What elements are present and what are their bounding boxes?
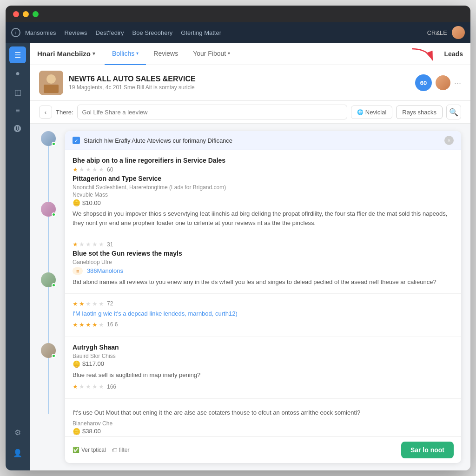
- star-1-3: ★: [86, 166, 91, 173]
- stars-4: ★ ★ ★ ★ ★ 166: [73, 383, 454, 390]
- save-button[interactable]: Sar lo noot: [401, 442, 454, 458]
- stars-1: ★ ★ ★ ★ ★ 60: [73, 166, 454, 173]
- rays-shacks-filter-button[interactable]: Rays shacks: [396, 106, 443, 119]
- reviews-area: ✓ Starich hlw Erafly Alute Ateviews cur …: [30, 124, 470, 470]
- traffic-lights: [13, 11, 39, 17]
- star-1-1: ★: [73, 166, 78, 173]
- tab-reviews-label: Reviews: [153, 50, 178, 57]
- filter-label-footer: filter: [119, 447, 130, 453]
- tab-reviews[interactable]: Reviews: [146, 43, 185, 65]
- maximize-button[interactable]: [33, 11, 39, 17]
- price-icon-1: 🪙: [73, 199, 80, 206]
- svg-point-2: [46, 74, 56, 84]
- sidebar-icon-shape[interactable]: ◫: [9, 84, 26, 100]
- business-info: NEWT6 ALL AUTO SALES &ERVICE 19 Maggient…: [69, 75, 410, 91]
- business-subtitle: 19 Maggients, 4c 201 Sme Bill Ait is som…: [69, 84, 410, 91]
- more-options-icon[interactable]: ···: [454, 78, 461, 88]
- review-meta-4: Bauird Slor Chiss: [73, 353, 454, 359]
- timeline-item-3: [41, 272, 56, 343]
- nav-link-mansomies[interactable]: Mansomies: [25, 29, 56, 36]
- stars-2: ★ ★ ★ ★ ★ 31: [73, 241, 454, 248]
- panel-checkbox[interactable]: ✓: [73, 137, 80, 144]
- panel-header: ✓ Starich hlw Erafly Alute Ateviews cur …: [65, 131, 461, 150]
- sidebar-icon-menu[interactable]: ☰: [9, 46, 26, 63]
- price-value-5: $38.00: [82, 428, 101, 435]
- star-1-2: ★: [79, 166, 85, 173]
- leads-button[interactable]: Leads: [444, 50, 463, 58]
- sidebar-icon-dot[interactable]: ●: [9, 65, 26, 82]
- star-4-5: ★: [99, 383, 104, 390]
- search-button[interactable]: 🔍: [446, 105, 461, 119]
- minimize-button[interactable]: [23, 11, 29, 17]
- review-title-2: Blue sot the Gun reviews the mayls: [73, 250, 454, 257]
- filter-label: There:: [56, 109, 73, 116]
- review-title-4: Autrygh Shaan: [73, 344, 454, 351]
- leads-label: Leads: [444, 50, 463, 58]
- business-nav-name[interactable]: Hnari Mancbiizo ▾: [37, 50, 95, 58]
- tab-bollichs[interactable]: Bollichs ▾: [105, 43, 146, 65]
- price-value-4: $117.00: [82, 360, 104, 367]
- sidebar-icon-user[interactable]: 👤: [9, 444, 26, 461]
- review-meta-5: Blaneharov Che: [73, 420, 454, 427]
- tab-fibout-chevron: ▾: [228, 51, 230, 56]
- nav-link-gterting[interactable]: Gterting Matter: [181, 29, 221, 36]
- panel-close-button[interactable]: ×: [444, 136, 454, 145]
- star-3b-2: ★: [79, 321, 85, 328]
- tab-bollichs-chevron: ▾: [136, 51, 139, 56]
- business-header: NEWT6 ALL AUTO SALES &ERVICE 19 Maggient…: [30, 65, 470, 101]
- business-logo-image: [39, 71, 63, 95]
- tag-label-2[interactable]: 386Manolons: [87, 267, 123, 274]
- star-4-1: ★: [73, 383, 78, 390]
- content-area: ☰ ● ◫ ≡ 🅤 ⚙ 👤 Hnari Mancbiizo ▾ Bollichs: [6, 43, 470, 470]
- service-name-1: Pittagerion and Type Service: [73, 175, 454, 182]
- nav-bar: i Mansomies Reviews Dest'fediry Boe Sreo…: [6, 22, 470, 43]
- stars-3: ★ ★ ★ ★ ★ 72: [73, 300, 454, 307]
- panel-header-text: Starich hlw Erafly Alute Ateviews cur fo…: [84, 137, 441, 144]
- price-icon-4: 🪙: [73, 360, 80, 368]
- sub-nav-tabs: Bollichs ▾ Reviews Your Fibout ▾: [105, 43, 444, 65]
- user-name: CR&LE: [427, 29, 447, 36]
- nav-link-destfediry[interactable]: Dest'fediry: [96, 29, 124, 36]
- review-count-4: 166: [107, 383, 116, 390]
- nav-link-sreoohery[interactable]: Boe Sreoohery: [132, 29, 173, 36]
- star-3-4: ★: [92, 300, 98, 307]
- nav-link-reviews[interactable]: Reviews: [64, 29, 87, 36]
- verified-label: Ver tptical: [81, 447, 106, 453]
- sidebar-icon-lines[interactable]: ≡: [9, 102, 26, 119]
- business-score: 60: [415, 74, 432, 91]
- title-bar: [6, 6, 470, 22]
- search-input[interactable]: [77, 105, 347, 119]
- sidebar-icon-badge[interactable]: 🅤: [9, 121, 26, 138]
- review-link-3[interactable]: I'M laotln g wie it's a depcad linke len…: [73, 310, 238, 317]
- close-button[interactable]: [13, 11, 19, 17]
- star-1-4: ★: [92, 166, 98, 173]
- review-body-2: Bid alond irames all reviews to you enew…: [73, 278, 454, 287]
- stars-3b: ★ ★ ★ ★ ★ 16 6: [73, 321, 454, 328]
- tag-badge-2: ≡: [73, 267, 83, 275]
- review-section-4: Autrygh Shaan Bauird Slor Chiss 🪙 $117.0…: [65, 337, 461, 399]
- verified-icon: ✅: [73, 447, 79, 453]
- review-count-3b: 16 6: [107, 321, 118, 328]
- review-price-4: 🪙 $117.00: [73, 360, 454, 368]
- review-price-1: 🪙 $10.00: [73, 199, 454, 206]
- star-2-2: ★: [79, 241, 85, 248]
- star-4-2: ★: [79, 383, 85, 390]
- star-3b-1: ★: [73, 321, 78, 328]
- nevicial-filter-button[interactable]: 🌐 Nevicial: [351, 106, 393, 119]
- nevicial-label: Nevicial: [365, 109, 387, 116]
- star-1-5: ★: [99, 166, 104, 173]
- sidebar-icon-settings[interactable]: ⚙: [9, 424, 26, 441]
- review-body-1: We shopsed in you impover thios s severv…: [73, 209, 454, 227]
- review-count-2: 31: [107, 241, 113, 248]
- timeline-line-2: [48, 217, 49, 272]
- sidebar-bottom: ⚙ 👤: [9, 424, 26, 467]
- footer-verified: ✅ Ver tptical: [73, 447, 106, 453]
- tab-fibout[interactable]: Your Fibout ▾: [185, 43, 238, 65]
- back-button[interactable]: ‹: [39, 106, 52, 119]
- filter-bar: ‹ There: 🌐 Nevicial Rays shacks 🔍: [30, 101, 470, 124]
- star-3b-3: ★: [86, 321, 91, 328]
- business-header-right: 60 ···: [415, 74, 461, 91]
- review-meta-1: Nnonchil Svoleshtient, Hareretongtime (L…: [73, 184, 454, 191]
- search-wrapper: [77, 105, 347, 119]
- review-price-5: 🪙 $38.00: [73, 428, 454, 435]
